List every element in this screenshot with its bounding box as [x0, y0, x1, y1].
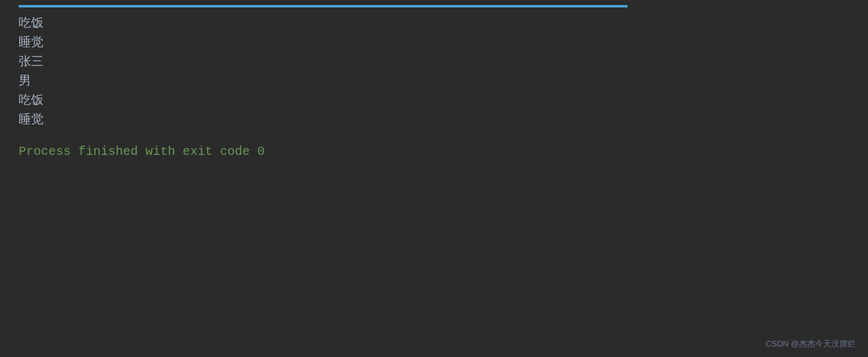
output-line-2: 睡觉 [19, 33, 849, 52]
output-line-1: 吃饭 [19, 14, 849, 33]
output-lines: 吃饭 睡觉 张三 男 吃饭 睡觉 [19, 14, 849, 129]
output-line-4: 男 [19, 72, 849, 91]
process-message: Process finished with exit code 0 [19, 142, 849, 161]
watermark-text: CSDN @杰杰今天没摆烂 [765, 338, 856, 350]
output-line-5: 吃饭 [19, 91, 849, 110]
terminal-container: 吃饭 睡觉 张三 男 吃饭 睡觉 Process finished with e… [0, 0, 868, 167]
progress-bar [19, 5, 628, 7]
output-line-3: 张三 [19, 52, 849, 72]
output-line-6: 睡觉 [19, 110, 849, 129]
